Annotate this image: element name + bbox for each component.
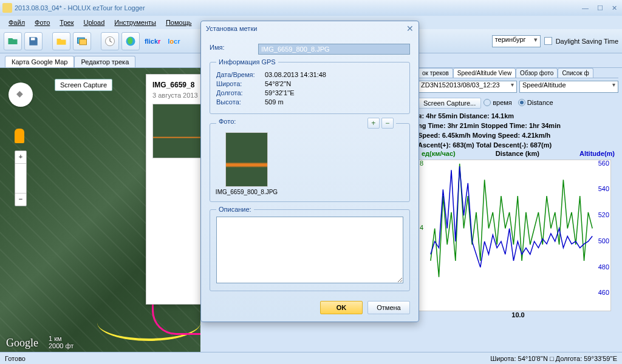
map-view[interactable]: Screen Capture +− Google 1 км2000 фт IMG…	[0, 68, 200, 353]
status-ready: Готово	[5, 355, 26, 362]
axis-altitude-label: Altitude(m)	[579, 150, 615, 157]
titlebar: 2013.08.03_04* - HOLUX ezTour for Logger…	[0, 0, 622, 16]
tab-editor[interactable]: Редактор трека	[74, 56, 135, 67]
tab-speed-alt[interactable]: Speed/Altitude View	[453, 68, 516, 78]
minimize-button[interactable]: —	[579, 4, 591, 12]
zoom-in-button[interactable]: +	[15, 151, 26, 163]
svg-point-5	[128, 37, 132, 44]
status-coords: Широта: 54°10'8''N □ Долгота: 59°33'59''…	[490, 355, 617, 362]
right-panel: ок треков Speed/Altitude View Обзор фото…	[418, 68, 618, 318]
menu-file[interactable]: Файл	[5, 18, 29, 27]
svg-text:4: 4	[420, 224, 423, 231]
name-label: Имя:	[210, 44, 258, 55]
close-button[interactable]: ✕	[609, 4, 620, 12]
photo-filename: IMG_6659_8	[152, 81, 200, 89]
maximize-button[interactable]: ☐	[595, 4, 606, 12]
save-button[interactable]	[24, 32, 43, 50]
tab-map[interactable]: Карта Google Map	[5, 56, 74, 67]
x-tick: 10.0	[418, 311, 618, 318]
svg-text:8: 8	[420, 160, 423, 167]
map-scale: 1 км2000 фт	[49, 335, 73, 349]
name-input[interactable]	[258, 44, 410, 55]
photo-entry[interactable]: IMG_6659_800_8.JPG	[216, 132, 277, 195]
description-input[interactable]	[216, 217, 403, 283]
axis-distance-label: Distance (km)	[496, 150, 539, 157]
cancel-button[interactable]: Отмена	[367, 301, 410, 314]
app-icon	[2, 3, 12, 13]
folder-button[interactable]	[52, 32, 70, 50]
tab-photo-overview[interactable]: Обзор фото	[516, 68, 558, 78]
dst-checkbox[interactable]	[544, 37, 552, 45]
remove-photo-button[interactable]: −	[381, 118, 394, 129]
open-button[interactable]	[4, 32, 22, 50]
menu-track[interactable]: Трек	[56, 18, 77, 27]
svg-text:500: 500	[598, 237, 609, 244]
city-dropdown[interactable]: теринбург	[492, 35, 541, 47]
menu-upload[interactable]: Upload	[80, 18, 108, 27]
menu-photo[interactable]: Фото	[31, 18, 53, 27]
window-title: 2013.08.03_04* - HOLUX ezTour for Logger	[15, 4, 145, 12]
svg-rect-2	[80, 39, 87, 44]
ok-button[interactable]: OK	[320, 301, 363, 314]
svg-text:560: 560	[598, 160, 609, 167]
globe-button[interactable]	[121, 32, 140, 50]
stats-block: я: 4hr 55min Distance: 14.1km ng Time: 3…	[418, 111, 618, 150]
dialog-title: Установка метки	[206, 25, 257, 32]
axis-speed-label: eд(км/час)	[422, 150, 456, 157]
photo-date: 3 августа 2013	[152, 92, 200, 99]
radio-time[interactable]: время	[484, 99, 512, 106]
track-select[interactable]: ZD3N152013/08/03_12:23	[418, 81, 517, 93]
zoom-out-button[interactable]: −	[15, 194, 26, 206]
clock-button[interactable]	[101, 32, 119, 50]
desc-fieldset: Описание:	[210, 206, 410, 291]
dialog-photo-thumb	[225, 132, 268, 187]
screen-capture-button[interactable]: Screen Capture	[55, 79, 112, 91]
svg-text:480: 480	[598, 263, 609, 271]
svg-text:540: 540	[598, 185, 609, 192]
tab-tracks[interactable]: ок треков	[418, 68, 453, 78]
statusbar: Готово Широта: 54°10'8''N □ Долгота: 59°…	[0, 352, 622, 364]
svg-rect-0	[31, 38, 35, 40]
photos-button[interactable]	[73, 32, 91, 50]
gps-fieldset: Информация GPS Дата/Время:03.08.2013 14:…	[210, 58, 410, 114]
zoom-control[interactable]: +−	[15, 150, 27, 206]
svg-text:460: 460	[598, 289, 609, 296]
tab-photo-list[interactable]: Список ф	[558, 68, 593, 78]
svg-text:520: 520	[598, 211, 609, 218]
photo-fieldset: Фото: +− IMG_6659_800_8.JPG	[210, 118, 410, 202]
flickr-button[interactable]: flickr	[142, 38, 163, 45]
mode-select[interactable]: Speed/Altitude	[519, 81, 618, 93]
menu-tools[interactable]: Инструменты	[111, 18, 160, 27]
pegman-icon[interactable]	[15, 129, 24, 143]
google-logo: Google	[6, 337, 38, 349]
menu-help[interactable]: Помощь	[162, 18, 196, 27]
speed-altitude-chart: 46048050052054056048	[418, 160, 611, 311]
locr-button[interactable]: locr	[165, 38, 182, 45]
radio-distance[interactable]: Distance	[518, 99, 553, 106]
map-pan-control[interactable]	[9, 83, 33, 107]
add-photo-button[interactable]: +	[367, 118, 380, 129]
dialog-close-button[interactable]: ✕	[406, 24, 414, 33]
placemark-dialog: Установка метки ✕ Имя: Информация GPS Да…	[200, 21, 419, 322]
chart-capture-button[interactable]: Screen Capture...	[418, 98, 481, 109]
photo-thumb	[152, 104, 200, 158]
photo-popup: IMG_6659_8 3 августа 2013	[146, 74, 200, 305]
dst-label: Daylight Saving Time	[556, 38, 618, 45]
